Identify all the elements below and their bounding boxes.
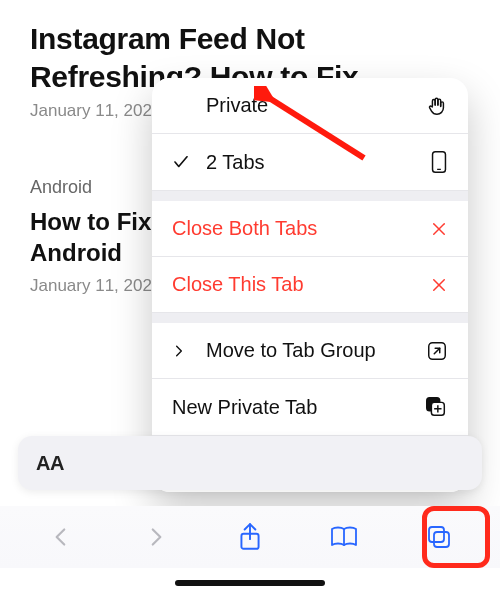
- new-private-tab-icon: [420, 395, 448, 419]
- tabs-button[interactable]: [417, 515, 461, 559]
- chevron-right-icon: [143, 524, 169, 550]
- tab-menu: Private 2 Tabs Close: [152, 78, 468, 492]
- menu-label-move-group: Move to Tab Group: [206, 339, 420, 362]
- menu-label-close-both: Close Both Tabs: [172, 217, 420, 240]
- close-icon: [420, 220, 448, 238]
- menu-label-new-private: New Private Tab: [172, 396, 420, 419]
- home-indicator: [175, 580, 325, 586]
- svg-rect-18: [429, 527, 444, 542]
- address-bar[interactable]: AA: [18, 436, 482, 490]
- bottom-toolbar: [0, 506, 500, 568]
- chevron-right-icon: [172, 344, 186, 358]
- back-button[interactable]: [39, 515, 83, 559]
- bookmarks-button[interactable]: [322, 515, 366, 559]
- check-icon: [172, 153, 190, 171]
- menu-item-new-private-tab[interactable]: New Private Tab: [152, 379, 468, 436]
- menu-item-close-both[interactable]: Close Both Tabs: [152, 201, 468, 257]
- open-tab-group-icon: [420, 340, 448, 362]
- chevron-left-icon: [48, 524, 74, 550]
- share-button[interactable]: [228, 515, 272, 559]
- svg-rect-19: [434, 532, 449, 547]
- hand-icon: [420, 95, 448, 117]
- menu-item-tabs-count[interactable]: 2 Tabs: [152, 134, 468, 191]
- book-icon: [328, 524, 360, 550]
- menu-item-close-this[interactable]: Close This Tab: [152, 257, 468, 313]
- menu-item-private[interactable]: Private: [152, 78, 468, 134]
- menu-item-move-to-group[interactable]: Move to Tab Group: [152, 323, 468, 379]
- share-icon: [237, 522, 263, 552]
- phone-icon: [420, 150, 448, 174]
- menu-label-tabs-count: 2 Tabs: [206, 151, 420, 174]
- reader-aa-button[interactable]: AA: [36, 452, 64, 475]
- menu-label-private: Private: [206, 94, 420, 117]
- close-icon: [420, 276, 448, 294]
- forward-button[interactable]: [134, 515, 178, 559]
- tabs-icon: [425, 523, 453, 551]
- menu-label-close-this: Close This Tab: [172, 273, 420, 296]
